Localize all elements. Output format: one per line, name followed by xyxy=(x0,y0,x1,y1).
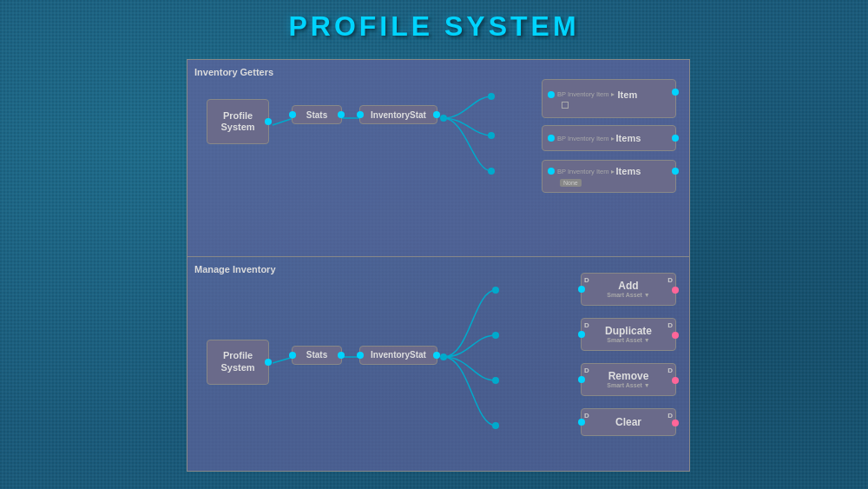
rem-d-right: D xyxy=(667,367,673,374)
dup-d-right: D xyxy=(667,321,673,329)
action-add-sub: Smart Asset ▼ xyxy=(607,292,649,298)
output-items2-node: BP Inventory Item ▸ Items None xyxy=(542,160,676,193)
svg-point-5 xyxy=(488,168,495,175)
action-remove-sub: Smart Asset ▼ xyxy=(607,382,649,388)
output-items2-tag: None xyxy=(560,179,582,187)
bot-profile-label: ProfileSystem xyxy=(220,350,254,373)
output-items1-node: BP Inventory Item ▸ Items xyxy=(542,125,676,151)
bot-stats-node: Stats xyxy=(292,346,342,365)
item-checkbox xyxy=(562,102,569,109)
add-d-right: D xyxy=(667,276,673,284)
action-add-node: D D Add Smart Asset ▼ xyxy=(581,273,676,306)
output-item-label: Item xyxy=(618,89,638,100)
svg-point-11 xyxy=(492,377,499,384)
page-title: PROFILE SYSTEM xyxy=(288,10,579,43)
panel-inventory-getters: Inventory Getters ProfileSystem xyxy=(187,60,689,257)
panel-manage-inventory: Manage Inventory ProfileSyst xyxy=(187,257,689,471)
action-duplicate-label: Duplicate xyxy=(605,325,652,337)
action-duplicate-node: D D Duplicate Smart Asset ▼ xyxy=(581,318,676,351)
action-clear-node: D D Clear xyxy=(581,408,676,436)
top-inventorystat-label: InventoryStat xyxy=(371,110,426,120)
output-items2-sublabel: BP Inventory Item ▸ xyxy=(557,168,615,175)
add-d-left: D xyxy=(584,276,589,284)
main-container: Inventory Getters ProfileSystem xyxy=(187,59,690,472)
action-remove-node: D D Remove Smart Asset ▼ xyxy=(581,363,676,396)
svg-point-12 xyxy=(492,422,499,429)
panel-top-label: Inventory Getters xyxy=(194,67,682,77)
top-inventorystat-node: InventoryStat xyxy=(359,105,437,124)
output-items2-label: Items xyxy=(616,166,641,176)
top-profile-system-node: ProfileSystem xyxy=(207,99,269,144)
bot-stats-label: Stats xyxy=(306,350,327,360)
output-item-node: BP Inventory Item ▸ Item xyxy=(542,79,676,118)
top-stats-node: Stats xyxy=(292,105,342,124)
bot-profile-system-node: ProfileSystem xyxy=(207,340,269,385)
svg-point-10 xyxy=(492,332,499,339)
svg-line-0 xyxy=(273,118,293,125)
action-add-label: Add xyxy=(618,280,638,292)
svg-point-9 xyxy=(492,287,499,294)
action-remove-label: Remove xyxy=(608,370,649,382)
clr-d-left: D xyxy=(584,412,589,420)
dup-d-left: D xyxy=(584,321,589,329)
bot-inventorystat-label: InventoryStat xyxy=(371,350,426,360)
output-item-sublabel: BP Inventory Item ▸ xyxy=(557,90,615,98)
svg-point-8 xyxy=(440,354,447,360)
output-items1-label: Items xyxy=(616,133,641,143)
top-profile-label: ProfileSystem xyxy=(220,110,254,133)
output-items1-sublabel: BP Inventory Item ▸ xyxy=(557,135,615,142)
action-duplicate-sub: Smart Asset ▼ xyxy=(607,337,649,343)
rem-d-left: D xyxy=(584,367,589,374)
top-stats-label: Stats xyxy=(306,110,327,120)
svg-point-4 xyxy=(488,132,495,139)
svg-point-3 xyxy=(488,93,495,100)
bot-inventorystat-node: InventoryStat xyxy=(359,346,437,365)
svg-point-2 xyxy=(440,115,447,122)
clr-d-right: D xyxy=(667,412,673,420)
action-clear-label: Clear xyxy=(615,416,641,428)
